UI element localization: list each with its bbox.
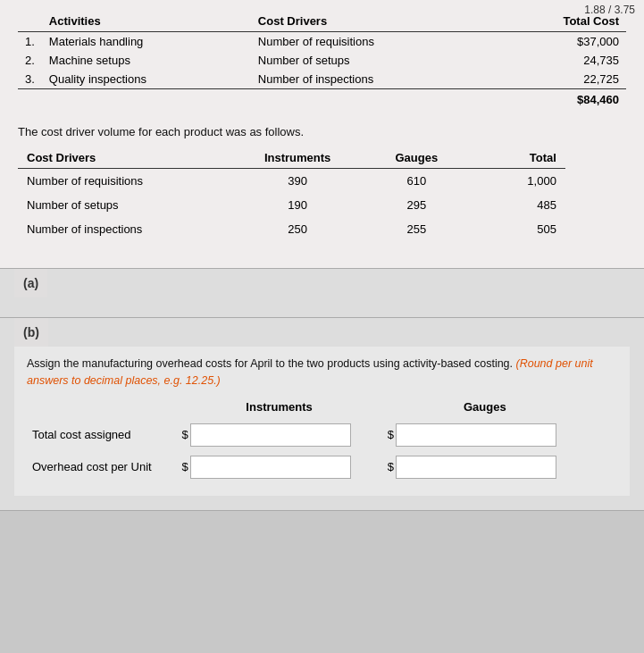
driver-label: Number of inspections xyxy=(251,70,495,89)
gauges-value: 255 xyxy=(363,217,470,241)
cost-value: 22,725 xyxy=(495,70,626,89)
total-row: $84,460 xyxy=(18,89,626,110)
total-value: 1,000 xyxy=(470,169,565,194)
driver-name: Number of setups xyxy=(18,193,232,217)
table-row: Number of inspections 250 255 505 xyxy=(18,217,565,241)
gauges-overhead-cell: $ xyxy=(382,451,588,483)
col-empty-header xyxy=(27,398,176,419)
instruments-overhead-cell: $ xyxy=(176,451,381,483)
driver-label: Number of requisitions xyxy=(251,32,495,52)
instruments-total-cost-input[interactable] xyxy=(190,423,351,447)
gauges-total-cost-input[interactable] xyxy=(396,423,556,447)
section-a: (a) xyxy=(0,268,644,318)
row-label-overhead-per-unit: Overhead cost per Unit xyxy=(27,451,176,483)
cost-drivers-table: Cost Drivers Instruments Gauges Total Nu… xyxy=(18,149,565,241)
section-b: (b) Assign the manufacturing overhead co… xyxy=(0,318,644,511)
driver-name: Number of requisitions xyxy=(18,169,232,194)
col-total-header: Total xyxy=(470,149,565,169)
cost-value: 24,735 xyxy=(495,51,626,70)
table-row: 1. Materials handling Number of requisit… xyxy=(18,32,626,52)
gauges-overhead-input[interactable] xyxy=(396,456,556,479)
table-row: Number of requisitions 390 610 1,000 xyxy=(18,169,565,194)
table-row: Total cost assigned $ $ xyxy=(27,419,588,451)
cost-value: $37,000 xyxy=(495,32,626,52)
section-a-label: (a) xyxy=(14,269,47,297)
dollar-sign-4: $ xyxy=(388,460,394,473)
activities-table: Activities Cost Drivers Total Cost 1. Ma… xyxy=(18,13,626,109)
main-content: Activities Cost Drivers Total Cost 1. Ma… xyxy=(0,0,644,268)
row-num: 3. xyxy=(18,70,42,89)
activity-label: Quality inspections xyxy=(42,70,251,89)
table-row: Number of setups 190 295 485 xyxy=(18,193,565,217)
driver-label: Number of setups xyxy=(251,51,495,70)
input-table: Instruments Gauges Total cost assigned $ xyxy=(27,398,588,483)
description-text: The cost driver volume for each product … xyxy=(18,125,626,138)
page-score: 1.88 / 3.75 xyxy=(584,4,635,16)
col-instruments-input-header: Instruments xyxy=(176,398,381,419)
table-row: Overhead cost per Unit $ $ xyxy=(27,451,588,483)
instruments-value: 250 xyxy=(232,217,364,241)
dollar-sign-2: $ xyxy=(388,428,394,441)
row-num: 2. xyxy=(18,51,42,70)
driver-name: Number of inspections xyxy=(18,217,232,241)
row-label-total-cost: Total cost assigned xyxy=(27,419,176,451)
col-driver-header: Cost Drivers xyxy=(18,149,232,169)
instruments-overhead-input[interactable] xyxy=(190,456,351,479)
col-activities-header: Activities xyxy=(42,13,251,32)
instruments-total-cost-cell: $ xyxy=(176,419,381,451)
total-value: 485 xyxy=(470,193,565,217)
dollar-sign-1: $ xyxy=(181,428,188,441)
table-row: 2. Machine setups Number of setups 24,73… xyxy=(18,51,626,70)
gauges-value: 610 xyxy=(363,169,470,194)
section-b-content: Assign the manufacturing overhead costs … xyxy=(14,347,630,496)
col-cost-drivers-header: Cost Drivers xyxy=(251,13,495,32)
total-value: 505 xyxy=(470,217,565,241)
total-cost-value: $84,460 xyxy=(495,89,626,110)
gauges-value: 295 xyxy=(363,193,470,217)
section-b-label: (b) xyxy=(14,318,48,347)
table-row: 3. Quality inspections Number of inspect… xyxy=(18,70,626,89)
instruments-value: 190 xyxy=(232,193,364,217)
col-num-header xyxy=(18,13,42,32)
activity-label: Machine setups xyxy=(42,51,251,70)
col-gauges-input-header: Gauges xyxy=(382,398,588,419)
dollar-sign-3: $ xyxy=(181,460,188,473)
col-instruments-header: Instruments xyxy=(232,149,364,169)
gauges-total-cost-cell: $ xyxy=(382,419,588,451)
instruments-value: 390 xyxy=(232,169,364,194)
col-gauges-header: Gauges xyxy=(363,149,470,169)
activity-label: Materials handling xyxy=(42,32,251,52)
assign-text-main: Assign the manufacturing overhead costs … xyxy=(27,357,513,370)
row-num: 1. xyxy=(18,32,42,52)
assign-description: Assign the manufacturing overhead costs … xyxy=(27,356,617,389)
